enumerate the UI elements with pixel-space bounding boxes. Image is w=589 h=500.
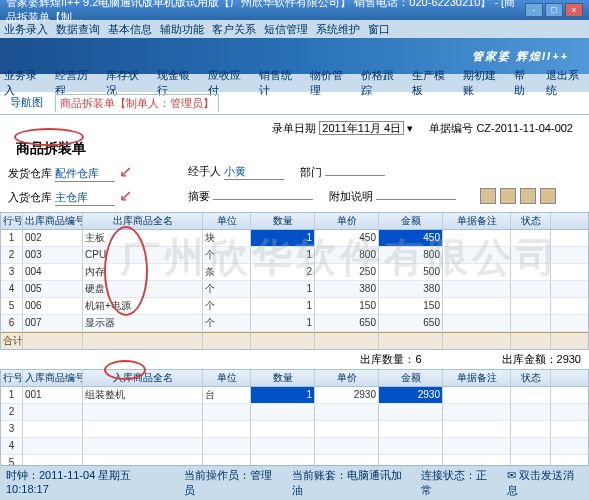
col-header[interactable]: 行号	[1, 213, 23, 229]
tab-item[interactable]: 生产模板	[412, 68, 451, 98]
tab-item[interactable]: 退出系统	[546, 68, 585, 98]
menu-item[interactable]: 短信管理	[264, 22, 308, 37]
out-amt-value: 2930	[557, 353, 581, 365]
docno-value: CZ-2011-11-04-002	[476, 122, 573, 134]
person-field[interactable]: 小黄	[224, 164, 284, 180]
col-header[interactable]: 状态	[511, 213, 551, 229]
out-qty-value: 6	[415, 353, 421, 365]
table-row[interactable]: 2 003 CPU 个 1 800 800	[1, 247, 588, 264]
out-amt-label: 出库金额：	[502, 353, 557, 365]
col-header[interactable]: 数量	[251, 213, 315, 229]
col-header[interactable]: 单据备注	[443, 370, 511, 386]
summary-label: 摘要	[188, 190, 210, 202]
out-total: 出库数量：6 出库金额：2930	[0, 350, 589, 369]
in-warehouse-label: 入货仓库	[8, 191, 52, 203]
menu-item[interactable]: 窗口	[368, 22, 390, 37]
brand-text: 管家婆 辉煌II++	[472, 49, 569, 64]
out-warehouse-field[interactable]: 配件仓库	[55, 166, 115, 182]
tool-icon[interactable]	[500, 188, 516, 204]
active-tab[interactable]: 商品拆装单【制单人：管理员】	[55, 94, 219, 112]
note-label: 附加说明	[329, 190, 373, 202]
out-table: 行号 出库商品编号 出库商品全名 单位 数量 单价 金额 单据备注 状态 1 0…	[0, 212, 589, 350]
col-header[interactable]: 单位	[203, 370, 251, 386]
col-header[interactable]: 金额	[379, 370, 443, 386]
tab-item[interactable]: 销售统计	[259, 68, 298, 98]
date-label: 录单日期	[272, 122, 316, 134]
date-field[interactable]: 2011年11月 4日	[319, 121, 404, 135]
note-field[interactable]	[376, 199, 456, 200]
minimize-button[interactable]: -	[525, 3, 543, 17]
col-header[interactable]: 行号	[1, 370, 23, 386]
module-tabs: 业务录入 经营历程 库存状况 现金银行 应收应付 销售统计 物价管理 价格跟踪 …	[0, 74, 589, 92]
tool-icon[interactable]	[520, 188, 536, 204]
table-row[interactable]: 4 005 硬盘 个 1 380 380	[1, 281, 588, 298]
window-titlebar: 管家婆辉煌II++ 9.2电脑通讯版单机版试用版【广州欣华软件有限公司】 销售电…	[0, 0, 589, 20]
col-header[interactable]: 金额	[379, 213, 443, 229]
menu-item[interactable]: 数据查询	[56, 22, 100, 37]
table-row[interactable]: 5 006 机箱+电源 个 1 150 150	[1, 298, 588, 315]
col-header[interactable]: 出库商品全名	[83, 213, 203, 229]
tip-text: 双击发送消息	[507, 469, 574, 496]
tab-item[interactable]: 价格跟踪	[361, 68, 400, 98]
nav-tab[interactable]: 导航图	[6, 94, 47, 112]
close-button[interactable]: ×	[565, 3, 583, 17]
menu-item[interactable]: 基本信息	[108, 22, 152, 37]
col-header[interactable]: 入库商品编号	[23, 370, 83, 386]
tool-icon[interactable]	[480, 188, 496, 204]
form-header: 录单日期 2011年11月 4日 ▾ 单据编号 CZ-2011-11-04-00…	[0, 115, 589, 212]
summary-field[interactable]	[213, 199, 313, 200]
dept-label: 部门	[300, 166, 322, 178]
col-header[interactable]: 单据备注	[443, 213, 511, 229]
col-header[interactable]: 单价	[315, 213, 379, 229]
arrow-icon: ↙	[119, 187, 132, 204]
col-header[interactable]: 单位	[203, 213, 251, 229]
col-header[interactable]: 出库商品编号	[23, 213, 83, 229]
table-row[interactable]: 2	[1, 404, 588, 421]
sum-row: 合计	[1, 332, 588, 349]
menu-item[interactable]: 辅助功能	[160, 22, 204, 37]
operator-label: 当前操作员：	[184, 469, 250, 481]
out-warehouse-label: 发货仓库	[8, 167, 52, 179]
sum-label: 合计	[1, 333, 23, 349]
person-label: 经手人	[188, 165, 221, 177]
conn-label: 连接状态：	[421, 469, 476, 481]
table-row[interactable]: 1 001 组装整机 台 1 2930 2930	[1, 387, 588, 404]
table-row[interactable]: 3 004 内存 条 2 250 500	[1, 264, 588, 281]
docno-label: 单据编号	[429, 122, 473, 134]
table-row[interactable]: 3	[1, 421, 588, 438]
out-qty-label: 出库数量：	[360, 353, 415, 365]
table-row[interactable]: 4	[1, 438, 588, 455]
col-header[interactable]: 数量	[251, 370, 315, 386]
maximize-button[interactable]: □	[545, 3, 563, 17]
status-bar: 时钟：2011-11-04 星期五 10:18:17 当前操作员：管理员 当前账…	[0, 465, 589, 500]
form-title: 商品拆装单	[8, 138, 94, 160]
col-header[interactable]: 单价	[315, 370, 379, 386]
in-warehouse-field[interactable]: 主仓库	[55, 190, 115, 206]
tool-icon[interactable]	[540, 188, 556, 204]
menu-item[interactable]: 系统维护	[316, 22, 360, 37]
tab-item[interactable]: 帮助	[514, 68, 534, 98]
menu-item[interactable]: 客户关系	[212, 22, 256, 37]
dept-field[interactable]	[325, 175, 385, 176]
clock-label: 时钟：	[6, 469, 39, 481]
account-label: 当前账套：	[292, 469, 347, 481]
menu-item[interactable]: 业务录入	[4, 22, 48, 37]
col-header[interactable]: 入库商品全名	[83, 370, 203, 386]
table-row[interactable]: 6 007 显示器 个 1 650 650	[1, 315, 588, 332]
table-row[interactable]: 1 002 主板 块 1 450 450	[1, 230, 588, 247]
tab-item[interactable]: 物价管理	[310, 68, 349, 98]
tab-item[interactable]: 期初建账	[463, 68, 502, 98]
col-header[interactable]: 状态	[511, 370, 551, 386]
arrow-icon: ↙	[119, 163, 132, 180]
